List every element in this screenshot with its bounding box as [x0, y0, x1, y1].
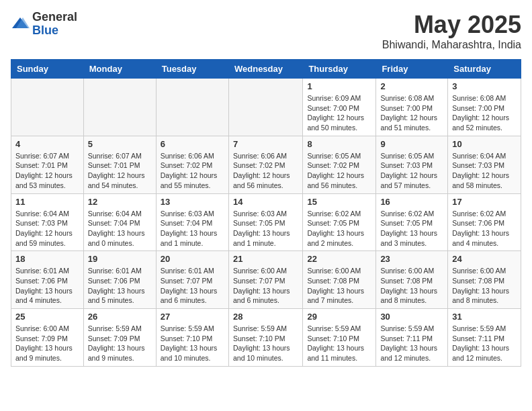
day-info: Sunrise: 6:00 AM Sunset: 7:08 PM Dayligh…: [452, 266, 517, 306]
day-number: 31: [452, 312, 517, 322]
day-number: 29: [307, 312, 371, 322]
day-info: Sunrise: 6:04 AM Sunset: 7:04 PM Dayligh…: [88, 209, 152, 248]
day-number: 22: [307, 254, 371, 264]
logo-general-text: General: [32, 11, 77, 24]
day-number: 30: [380, 312, 443, 322]
calendar-cell: [83, 79, 156, 136]
page-header: General Blue May 2025 Bhiwandi, Maharash…: [11, 11, 521, 51]
day-info: Sunrise: 6:02 AM Sunset: 7:06 PM Dayligh…: [452, 209, 517, 248]
day-number: 11: [15, 197, 79, 207]
day-info: Sunrise: 6:05 AM Sunset: 7:02 PM Dayligh…: [307, 151, 371, 191]
day-info: Sunrise: 6:06 AM Sunset: 7:02 PM Dayligh…: [233, 151, 298, 191]
calendar-cell: 28Sunrise: 5:59 AM Sunset: 7:10 PM Dayli…: [228, 309, 302, 367]
day-info: Sunrise: 5:59 AM Sunset: 7:11 PM Dayligh…: [380, 324, 443, 363]
calendar-cell: [11, 79, 84, 136]
week-row-5: 25Sunrise: 6:00 AM Sunset: 7:09 PM Dayli…: [11, 309, 521, 367]
day-number: 13: [161, 197, 224, 207]
day-number: 17: [452, 197, 517, 207]
calendar-cell: 24Sunrise: 6:00 AM Sunset: 7:08 PM Dayli…: [448, 251, 521, 309]
day-info: Sunrise: 5:59 AM Sunset: 7:09 PM Dayligh…: [88, 324, 152, 363]
calendar-cell: 4Sunrise: 6:07 AM Sunset: 7:01 PM Daylig…: [11, 136, 84, 193]
day-number: 20: [161, 254, 224, 264]
calendar-cell: 3Sunrise: 6:08 AM Sunset: 7:00 PM Daylig…: [448, 79, 521, 136]
day-number: 18: [15, 254, 79, 264]
calendar-cell: 15Sunrise: 6:02 AM Sunset: 7:05 PM Dayli…: [303, 193, 376, 251]
day-number: 9: [380, 139, 443, 149]
calendar-cell: 25Sunrise: 6:00 AM Sunset: 7:09 PM Dayli…: [11, 309, 84, 367]
day-number: 15: [307, 197, 371, 207]
day-info: Sunrise: 5:59 AM Sunset: 7:10 PM Dayligh…: [307, 324, 371, 363]
calendar-cell: 29Sunrise: 5:59 AM Sunset: 7:10 PM Dayli…: [303, 309, 376, 367]
day-number: 4: [15, 139, 79, 149]
calendar-cell: 6Sunrise: 6:06 AM Sunset: 7:02 PM Daylig…: [156, 136, 228, 193]
day-info: Sunrise: 6:00 AM Sunset: 7:08 PM Dayligh…: [380, 266, 443, 306]
day-info: Sunrise: 6:09 AM Sunset: 7:00 PM Dayligh…: [307, 93, 371, 133]
calendar-cell: 13Sunrise: 6:03 AM Sunset: 7:04 PM Dayli…: [156, 193, 228, 251]
calendar-cell: 30Sunrise: 5:59 AM Sunset: 7:11 PM Dayli…: [376, 309, 448, 367]
weekday-header-monday: Monday: [83, 60, 156, 79]
calendar-cell: 10Sunrise: 6:04 AM Sunset: 7:03 PM Dayli…: [448, 136, 521, 193]
week-row-1: 1Sunrise: 6:09 AM Sunset: 7:00 PM Daylig…: [11, 79, 521, 136]
logo-blue-text: Blue: [32, 24, 77, 38]
day-info: Sunrise: 6:05 AM Sunset: 7:03 PM Dayligh…: [380, 151, 443, 191]
calendar-cell: 14Sunrise: 6:03 AM Sunset: 7:05 PM Dayli…: [228, 193, 302, 251]
day-number: 3: [452, 81, 517, 91]
calendar-cell: 19Sunrise: 6:01 AM Sunset: 7:06 PM Dayli…: [83, 251, 156, 309]
calendar-cell: [228, 79, 302, 136]
week-row-2: 4Sunrise: 6:07 AM Sunset: 7:01 PM Daylig…: [11, 136, 521, 193]
day-info: Sunrise: 6:08 AM Sunset: 7:00 PM Dayligh…: [452, 93, 517, 133]
calendar-cell: 22Sunrise: 6:00 AM Sunset: 7:08 PM Dayli…: [303, 251, 376, 309]
weekday-header-wednesday: Wednesday: [228, 60, 302, 79]
calendar-cell: 16Sunrise: 6:02 AM Sunset: 7:05 PM Dayli…: [376, 193, 448, 251]
day-info: Sunrise: 6:07 AM Sunset: 7:01 PM Dayligh…: [15, 151, 79, 191]
calendar-cell: 9Sunrise: 6:05 AM Sunset: 7:03 PM Daylig…: [376, 136, 448, 193]
day-number: 24: [452, 254, 517, 264]
day-info: Sunrise: 6:01 AM Sunset: 7:07 PM Dayligh…: [161, 266, 224, 306]
day-number: 5: [88, 139, 152, 149]
day-info: Sunrise: 6:07 AM Sunset: 7:01 PM Dayligh…: [88, 151, 152, 191]
logo-icon: [11, 15, 30, 34]
calendar-cell: 8Sunrise: 6:05 AM Sunset: 7:02 PM Daylig…: [303, 136, 376, 193]
day-number: 2: [380, 81, 443, 91]
day-number: 28: [233, 312, 298, 322]
calendar-table: SundayMondayTuesdayWednesdayThursdayFrid…: [11, 59, 521, 367]
calendar-cell: 2Sunrise: 6:08 AM Sunset: 7:00 PM Daylig…: [376, 79, 448, 136]
calendar-cell: 20Sunrise: 6:01 AM Sunset: 7:07 PM Dayli…: [156, 251, 228, 309]
calendar-cell: 1Sunrise: 6:09 AM Sunset: 7:00 PM Daylig…: [303, 79, 376, 136]
day-info: Sunrise: 6:01 AM Sunset: 7:06 PM Dayligh…: [88, 266, 152, 306]
logo: General Blue: [11, 11, 77, 38]
calendar-cell: 7Sunrise: 6:06 AM Sunset: 7:02 PM Daylig…: [228, 136, 302, 193]
weekday-header-sunday: Sunday: [11, 60, 84, 79]
day-info: Sunrise: 6:00 AM Sunset: 7:07 PM Dayligh…: [233, 266, 298, 306]
day-info: Sunrise: 6:02 AM Sunset: 7:05 PM Dayligh…: [307, 209, 371, 248]
calendar-cell: 5Sunrise: 6:07 AM Sunset: 7:01 PM Daylig…: [83, 136, 156, 193]
location: Bhiwandi, Maharashtra, India: [382, 39, 521, 51]
weekday-header-thursday: Thursday: [303, 60, 376, 79]
day-number: 14: [233, 197, 298, 207]
day-info: Sunrise: 5:59 AM Sunset: 7:11 PM Dayligh…: [452, 324, 517, 363]
week-row-4: 18Sunrise: 6:01 AM Sunset: 7:06 PM Dayli…: [11, 251, 521, 309]
calendar-cell: 11Sunrise: 6:04 AM Sunset: 7:03 PM Dayli…: [11, 193, 84, 251]
weekday-header-saturday: Saturday: [448, 60, 521, 79]
day-number: 12: [88, 197, 152, 207]
calendar-cell: 12Sunrise: 6:04 AM Sunset: 7:04 PM Dayli…: [83, 193, 156, 251]
calendar-cell: 21Sunrise: 6:00 AM Sunset: 7:07 PM Dayli…: [228, 251, 302, 309]
day-info: Sunrise: 5:59 AM Sunset: 7:10 PM Dayligh…: [161, 324, 224, 363]
day-info: Sunrise: 6:08 AM Sunset: 7:00 PM Dayligh…: [380, 93, 443, 133]
day-info: Sunrise: 6:06 AM Sunset: 7:02 PM Dayligh…: [161, 151, 224, 191]
calendar-cell: 17Sunrise: 6:02 AM Sunset: 7:06 PM Dayli…: [448, 193, 521, 251]
weekday-header-friday: Friday: [376, 60, 448, 79]
day-info: Sunrise: 6:04 AM Sunset: 7:03 PM Dayligh…: [15, 209, 79, 248]
day-number: 16: [380, 197, 443, 207]
day-info: Sunrise: 6:02 AM Sunset: 7:05 PM Dayligh…: [380, 209, 443, 248]
day-number: 19: [88, 254, 152, 264]
day-info: Sunrise: 6:03 AM Sunset: 7:05 PM Dayligh…: [233, 209, 298, 248]
day-number: 1: [307, 81, 371, 91]
day-info: Sunrise: 6:04 AM Sunset: 7:03 PM Dayligh…: [452, 151, 517, 191]
calendar-cell: 26Sunrise: 5:59 AM Sunset: 7:09 PM Dayli…: [83, 309, 156, 367]
weekday-header-tuesday: Tuesday: [156, 60, 228, 79]
calendar-cell: 23Sunrise: 6:00 AM Sunset: 7:08 PM Dayli…: [376, 251, 448, 309]
day-info: Sunrise: 6:00 AM Sunset: 7:09 PM Dayligh…: [15, 324, 79, 363]
title-section: May 2025 Bhiwandi, Maharashtra, India: [382, 11, 521, 51]
month-title: May 2025: [382, 11, 521, 39]
